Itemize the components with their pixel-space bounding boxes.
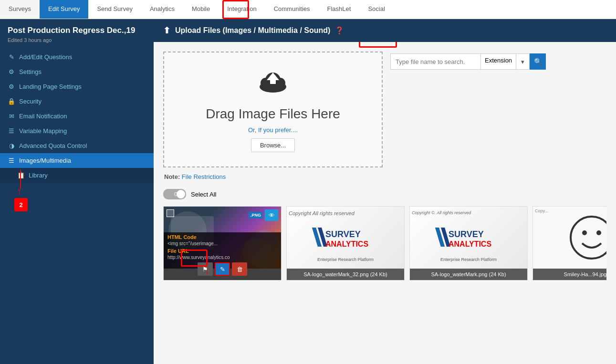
card-action-row-1: ⚑ ✎ 🗑 (167, 260, 277, 278)
sidebar-item-settings[interactable]: ⚙ Settings (0, 64, 154, 79)
image-thumbnail-2: Copyright All rights reserved SURVEY ANA… (287, 207, 404, 269)
sidebar-item-images-multimedia[interactable]: ☰ Images/Multimedia (0, 153, 154, 168)
image-card-label-4: Smiley-Ha...94.jpg (2 K) (533, 269, 606, 280)
delete-button-1[interactable]: 🗑 (232, 262, 247, 276)
sidebar-item-security[interactable]: 🔒 Security (0, 94, 154, 109)
image-card-label-3: SA-logo_waterMark.png (24 Kb) (410, 269, 527, 280)
image-thumbnail-4: Copy... (533, 207, 606, 269)
copyright-text-2: Copyright All rights reserved (289, 210, 355, 216)
tab-mobile[interactable]: Mobile (183, 0, 219, 19)
tab-integration[interactable]: Integration (219, 0, 265, 19)
flag-button-1[interactable]: ⚑ (198, 262, 213, 276)
file-url-label: File URL (167, 248, 277, 254)
note-label: Note: (164, 173, 180, 180)
list-icon: ☰ (8, 127, 15, 135)
image-card-3: Copyright ©. All rights reserved SURVEY … (409, 206, 528, 281)
svg-text:SURVEY: SURVEY (325, 229, 361, 239)
sidebar-item-label: Email Notification (19, 113, 67, 120)
dropzone[interactable]: Drag Image Files Here Or, If you prefer.… (163, 52, 383, 167)
lock-icon: 🔒 (8, 98, 15, 105)
svg-point-16 (571, 217, 606, 259)
sidebar-item-label: Add/Edit Questions (19, 53, 72, 61)
card-info-1: HTML Code <img src="/userimage... File U… (164, 232, 281, 280)
sidebar-item-label: Library (29, 172, 48, 179)
upload-header: ⬆ Upload Files (Images / Multimedia / So… (154, 19, 616, 42)
sidebar-item-advanced-quota-control[interactable]: ◑ Advanced Quota Control (0, 138, 154, 153)
dropzone-subtitle: Or, If you prefer.... (248, 126, 298, 134)
envelope-icon: ✉ (8, 113, 15, 120)
image-card-1: .PNG 👁 HTML Code <img src="/userimage...… (163, 206, 282, 281)
library-icon: 📋 (17, 172, 25, 179)
note-row: Note: File Restrictions (163, 173, 606, 180)
svg-point-17 (582, 230, 587, 235)
sidebar-item-label: Settings (19, 68, 42, 75)
card-checkbox-1[interactable] (167, 209, 174, 217)
sidebar-item-library[interactable]: 📋 Library ↑ 2 (0, 168, 154, 183)
tab-surveys[interactable]: Surveys (0, 0, 40, 19)
content-area: ⬆ Upload Files (Images / Multimedia / So… (154, 19, 616, 364)
sidebar-item-label: Images/Multimedia (19, 157, 71, 164)
image-card-2: Copyright All rights reserved SURVEY ANA… (286, 206, 405, 281)
search-panel: Extension ▾ 🔍 (390, 53, 546, 70)
edit-button-1[interactable]: ✎ (215, 262, 230, 276)
sa-platform-text-3: Enterprise Research Platform (440, 257, 497, 262)
search-button[interactable]: 🔍 (530, 53, 546, 70)
upload-header-title: Upload Files (Images / Multimedia / Soun… (175, 26, 330, 35)
sidebar-header: Post Production Regress Dec.,19 Edited 3… (0, 19, 154, 48)
extension-label: Extension (481, 53, 516, 70)
sidebar: Post Production Regress Dec.,19 Edited 3… (0, 19, 154, 364)
gear-icon-2: ⚙ (8, 83, 15, 90)
card-top-row: .PNG 👁 (164, 207, 281, 224)
circle-icon: ◑ (8, 142, 15, 149)
svg-text:ANALYTICS: ANALYTICS (325, 240, 368, 248)
search-input[interactable] (390, 53, 481, 70)
svg-text:SURVEY: SURVEY (449, 229, 484, 239)
svg-text:ANALYTICS: ANALYTICS (449, 240, 491, 248)
file-restrictions-link[interactable]: File Restrictions (182, 173, 226, 180)
gear-icon: ⚙ (8, 68, 15, 75)
browse-button[interactable]: Browse... (251, 138, 295, 152)
images-icon: ☰ (8, 157, 15, 164)
tab-communities[interactable]: Communities (265, 0, 319, 19)
select-all-label: Select All (191, 191, 216, 198)
app-edited: Edited 3 hours ago (8, 37, 146, 43)
image-card-4: Copy... Smiley-Ha...94.jpg (2 K) (532, 206, 606, 281)
top-navigation: Surveys Edit Survey Send Survey Analytic… (0, 0, 616, 19)
copyright-text-3: Copyright ©. All rights reserved (412, 210, 471, 215)
upload-icon: ⬆ (163, 25, 170, 36)
tab-analytics[interactable]: Analytics (141, 0, 183, 19)
sidebar-menu: ✎ Add/Edit Questions ⚙ Settings ⚙ Landin… (0, 50, 154, 183)
image-card-label-2: SA-logo_waterMark_32.png (24 Kb) (287, 269, 404, 280)
sidebar-item-label: Advanced Quota Control (19, 142, 87, 149)
help-icon[interactable]: ❓ (335, 26, 344, 35)
edit-icon: ✎ (8, 53, 15, 61)
html-code-label: HTML Code (167, 234, 277, 240)
tab-send-survey[interactable]: Send Survey (88, 0, 141, 19)
eye-button-1[interactable]: 👁 (265, 209, 278, 221)
file-url-value: http://www.surveyanalytics.co (167, 255, 277, 260)
content-body: Drag Image Files Here Or, If you prefer.… (154, 42, 616, 364)
app-title: Post Production Regress Dec.,19 (8, 26, 146, 35)
html-code-value: <img src="/userimage... (167, 241, 277, 246)
image-grid: .PNG 👁 HTML Code <img src="/userimage...… (163, 206, 606, 281)
sidebar-item-email-notification[interactable]: ✉ Email Notification (0, 109, 154, 124)
tab-edit-survey[interactable]: Edit Survey (40, 0, 88, 19)
sidebar-item-label: Landing Page Settings (19, 83, 82, 90)
toggle-knob (177, 190, 185, 198)
card-overlay-1: .PNG 👁 HTML Code <img src="/userimage...… (164, 207, 281, 280)
sa-platform-text-2: Enterprise Research Platform (317, 257, 374, 262)
dropzone-title: Drag Image Files Here (206, 106, 340, 122)
svg-point-18 (596, 230, 601, 235)
toggle-switch[interactable]: OFF (163, 189, 186, 199)
image-thumbnail-3: Copyright ©. All rights reserved SURVEY … (410, 207, 527, 269)
png-badge: .PNG (249, 212, 263, 218)
tab-social[interactable]: Social (359, 0, 393, 19)
tab-flashlet[interactable]: FlashLet (319, 0, 360, 19)
sidebar-item-landing-page-settings[interactable]: ⚙ Landing Page Settings (0, 79, 154, 94)
extension-dropdown-button[interactable]: ▾ (516, 53, 530, 70)
sidebar-item-add-edit-questions[interactable]: ✎ Add/Edit Questions (0, 50, 154, 64)
sidebar-item-label: Security (19, 98, 42, 105)
sidebar-item-label: Variable Mapping (19, 127, 67, 135)
sidebar-item-variable-mapping[interactable]: ☰ Variable Mapping (0, 124, 154, 138)
cloud-upload-icon (256, 67, 290, 102)
